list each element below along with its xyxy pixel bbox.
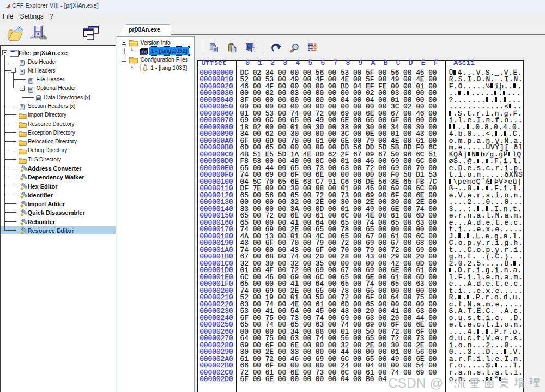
svg-text:CSDN @: CSDN @ <box>388 376 443 390</box>
svg-text:1.0: 1.0 <box>141 50 146 54</box>
